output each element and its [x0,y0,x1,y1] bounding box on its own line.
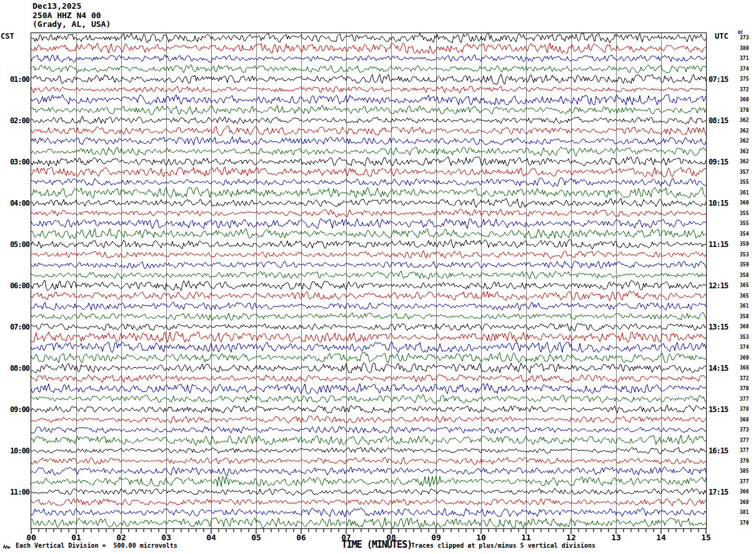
seismic-trace [31,218,706,228]
helicorder-plot [31,33,707,529]
right-timezone-label: UTC [715,32,729,41]
seismic-trace [31,353,706,363]
cst-hour-label: 04:00 [0,199,29,208]
seismic-trace [31,188,706,198]
dc-value: 374 [740,66,749,72]
cst-hour-label: 03:00 [0,158,29,166]
seismic-trace [31,476,706,486]
dc-value: 379 [740,458,749,464]
minute-label: 05 [248,533,264,542]
seismic-trace [31,313,706,321]
cst-hour-label: 10:00 [0,446,29,455]
utc-hour-label: 17:15 [709,488,728,496]
dc-value: 368 [740,417,749,423]
dc-value: 355 [740,179,749,185]
seismic-trace [31,280,706,290]
scale-footnote: Each Vertical Division = 500.00 microvol… [16,542,177,549]
dc-value: 357 [740,169,749,175]
seismic-trace [31,198,706,208]
dc-value: 362 [740,128,749,134]
seismic-trace [31,323,706,331]
seismic-trace [31,74,706,84]
cst-hour-label: 06:00 [0,281,29,290]
dc-value: 371 [740,56,749,61]
seismic-trace [31,342,706,352]
trace-canvas [31,33,706,528]
dc-value: 374 [740,345,749,350]
dc-value: 373 [740,35,749,41]
seismic-trace [31,261,706,269]
seismic-trace [31,302,706,310]
dc-value: 375 [740,76,749,82]
seismic-trace [31,508,706,517]
cst-hour-label: 08:00 [0,364,29,373]
utc-hour-label: 09:15 [709,158,728,166]
dc-value: 370 [740,108,749,113]
seismic-trace [31,178,706,187]
dc-value: 362 [740,149,749,154]
dc-value: 377 [740,479,749,485]
minute-label: 04 [203,533,219,542]
dc-value: 361 [740,303,749,309]
dc-value: 373 [740,427,749,433]
minute-label: 12 [563,533,579,542]
seismic-trace [31,86,706,94]
cst-hour-label: 02:00 [0,116,29,125]
dc-column-label: DC [738,30,743,35]
minute-label: 09 [428,533,444,542]
seismic-trace [31,137,706,145]
dc-value: 355 [740,211,749,216]
dc-value: 359 [740,262,749,268]
clipping-footnote: Traces clipped at plus/minus 5 vertical … [411,542,595,549]
dc-value: 362 [740,159,749,164]
dc-value: 355 [740,221,749,226]
seismic-trace [31,383,706,393]
plot-header: Dec13,2025 250A HHZ N4 00 (Grady, AL, US… [32,2,111,29]
header-location: (Grady, AL, USA) [32,19,111,29]
utc-hour-label: 15:15 [709,405,728,414]
seismic-trace [31,466,706,475]
dc-value: 372 [740,376,749,381]
minute-label: 03 [158,533,174,542]
utc-hour-label: 16:15 [709,446,728,455]
dc-value: 377 [740,448,749,453]
seismic-trace [31,375,706,383]
dc-value: 353 [740,335,749,340]
seismic-trace [31,271,706,280]
seismic-trace [31,33,706,43]
utc-hour-label: 13:15 [709,323,728,331]
minute-label: 15 [698,533,714,542]
seismic-trace [31,498,706,506]
dc-value: 362 [740,118,749,123]
dc-value: 365 [740,293,749,299]
dc-value: 385 [740,468,749,474]
utc-hour-label: 12:15 [709,281,728,290]
dc-value: 370 [740,520,749,526]
header-date: Dec13,2025 [32,1,81,11]
dc-value: 361 [740,190,749,196]
seismic-trace [31,105,706,115]
seismic-trace [31,64,706,73]
minute-label: 14 [653,533,669,542]
seismic-trace [31,291,706,301]
header-station: 250A HHZ N4 00 [32,11,101,20]
dc-value: 360 [740,200,749,206]
seismic-trace [31,518,706,528]
seismic-trace [31,239,706,249]
cst-hour-label: 01:00 [0,75,29,84]
dc-value: 372 [740,87,749,93]
minute-label: 02 [113,533,129,542]
wiggle-icon [3,544,11,550]
helicorder-page: Dec13,2025 250A HHZ N4 00 (Grady, AL, US… [0,0,756,554]
seismic-trace [31,147,706,156]
dc-value: 366 [740,489,749,495]
dc-value: 377 [740,396,749,402]
dc-value: 359 [740,241,749,247]
dc-value: 368 [740,324,749,330]
seismic-trace [31,157,706,166]
seismic-trace [31,426,706,434]
seismic-trace [31,447,706,453]
dc-value: 358 [740,314,749,320]
seismic-trace [31,488,706,495]
dc-value: 370 [740,386,749,391]
